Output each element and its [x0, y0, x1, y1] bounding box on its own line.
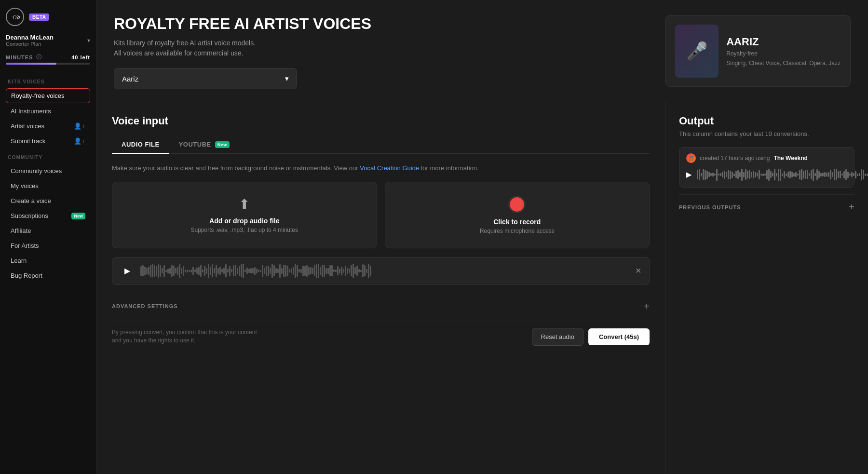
sidebar-item-artist-voices[interactable]: Artist voices 👤+ [6, 119, 90, 133]
record-subtitle: Requires microphone access [480, 228, 555, 234]
sidebar-item-label: Bug Report [11, 272, 42, 279]
reset-audio-button[interactable]: Reset audio [532, 328, 583, 346]
sidebar-item-label: Artist voices [11, 122, 44, 130]
youtube-new-badge: New [215, 141, 230, 148]
artist-royalty: Royalty-free [726, 50, 841, 57]
hero-subtitle-line1: Kits library of royalty free AI artist v… [114, 38, 653, 48]
artist-card: 🎤 AARIZ Royalty-free Singing, Chest Voic… [665, 15, 851, 87]
record-audio-box[interactable]: Click to record Requires microphone acce… [385, 182, 650, 248]
user-name: Deanna McLean [6, 34, 54, 41]
sidebar-item-label: Create a voice [11, 197, 51, 204]
hero-subtitle-line2: All voices are available for commercial … [114, 48, 653, 58]
chevron-down-icon: ▾ [87, 37, 90, 44]
tab-audio-file[interactable]: AUDIO FILE [112, 136, 169, 154]
artist-image: 🎤 [675, 25, 719, 78]
sidebar: ꩠ BETA Deanna McLean Converter Plan ▾ MI… [0, 0, 96, 474]
subscriptions-new-badge: New [71, 213, 85, 219]
output-title: Output [679, 115, 854, 127]
community-label: COMMUNITY [8, 155, 88, 160]
logo-row: ꩠ BETA [6, 8, 90, 26]
main-content: ROYALTY FREE AI ARTIST VOICES Kits libra… [96, 0, 868, 474]
hero-title: ROYALTY FREE AI ARTIST VOICES [114, 15, 653, 32]
upload-subtitle: Supports .wav, .mp3, .flac up to 4 minut… [190, 227, 298, 233]
sidebar-item-label: Learn [11, 257, 27, 264]
info-icon: ⓘ [36, 54, 42, 61]
user-plan: Converter Plan [6, 41, 54, 47]
content-row: Voice input AUDIO FILE YOUTUBE New Make … [96, 101, 868, 474]
sidebar-item-for-artists[interactable]: For Artists [6, 239, 90, 253]
sidebar-item-create-voice[interactable]: Create a voice [6, 194, 90, 208]
upload-title: Add or drop audio file [209, 217, 279, 225]
sidebar-item-label: Affiliate [11, 227, 31, 234]
record-icon [508, 196, 526, 213]
hero-text: ROYALTY FREE AI ARTIST VOICES Kits libra… [114, 15, 653, 89]
artist-name: AARIZ [726, 36, 841, 48]
add-person-icon: 👤+ [74, 122, 85, 130]
convert-button[interactable]: Convert (45s) [588, 328, 650, 345]
output-subtitle: This column contains your last 10 conver… [679, 130, 854, 137]
upload-audio-box[interactable]: ⬆ Add or drop audio file Supports .wav, … [112, 182, 377, 248]
output-item: 🎵 created 17 hours ago using The Weeknd … [679, 147, 854, 188]
chevron-down-icon: ▾ [285, 74, 289, 83]
tab-youtube[interactable]: YOUTUBE New [169, 136, 239, 154]
output-avatar: 🎵 [686, 153, 696, 163]
advanced-settings-label: ADVANCED SETTINGS [112, 303, 178, 309]
sidebar-item-label: AI Instruments [11, 108, 51, 115]
sidebar-item-label: My voices [11, 182, 39, 190]
sidebar-item-subscriptions[interactable]: Subscriptions New [6, 209, 90, 223]
sidebar-item-submit-track[interactable]: Submit track 👤+ [6, 134, 90, 148]
close-audio-button[interactable]: ✕ [635, 266, 641, 275]
sidebar-item-community-voices[interactable]: Community voices [6, 164, 90, 178]
sidebar-item-my-voices[interactable]: My voices [6, 179, 90, 193]
previous-outputs-row[interactable]: PREVIOUS OUTPUTS + [679, 194, 854, 219]
progress-bar-bg [6, 63, 90, 65]
upload-icon: ⬆ [239, 196, 250, 212]
sidebar-item-learn[interactable]: Learn [6, 254, 90, 268]
app-logo: ꩠ [6, 8, 24, 26]
sidebar-item-label: Submit track [11, 137, 45, 145]
sidebar-item-label: For Artists [11, 242, 39, 249]
progress-bar-fill [6, 63, 56, 65]
voice-hint: Make sure your audio is clear and free f… [112, 163, 650, 173]
waveform-visual [140, 263, 629, 279]
hero-section: ROYALTY FREE AI ARTIST VOICES Kits libra… [96, 0, 868, 101]
output-waveform [697, 168, 868, 181]
output-meta: 🎵 created 17 hours ago using The Weeknd [686, 153, 847, 163]
expand-icon: + [849, 202, 854, 213]
sidebar-item-royalty-free-voices[interactable]: Royalty-free voices [6, 88, 90, 103]
prev-outputs-label: PREVIOUS OUTPUTS [679, 204, 741, 210]
sidebar-item-label: Community voices [11, 167, 62, 175]
vocal-creation-guide-link[interactable]: Vocal Creation Guide [360, 164, 419, 172]
sidebar-item-label: Subscriptions [11, 212, 48, 219]
output-panel: Output This column contains your last 10… [665, 101, 868, 474]
tabs-row: AUDIO FILE YOUTUBE New [112, 136, 650, 154]
minutes-count: 40 left [71, 54, 90, 60]
voice-dropdown[interactable]: Aariz ▾ [114, 68, 297, 89]
waveform-row: ▶ ✕ [112, 257, 650, 285]
artist-tags: Singing, Chest Voice, Classical, Opera, … [726, 60, 841, 67]
output-play-button[interactable]: ▶ [686, 168, 692, 181]
bottom-text: By pressing convert, you confirm that th… [112, 328, 266, 345]
bottom-row: By pressing convert, you confirm that th… [112, 321, 650, 346]
voice-input-title: Voice input [112, 115, 650, 127]
upload-row: ⬆ Add or drop audio file Supports .wav, … [112, 182, 650, 248]
plus-icon: + [644, 301, 650, 312]
beta-badge: BETA [29, 14, 49, 21]
kits-voices-label: KITS VOICES [8, 79, 88, 84]
sidebar-item-label: Royalty-free voices [11, 92, 65, 99]
person-icon: 👤+ [74, 137, 85, 145]
sidebar-item-bug-report[interactable]: Bug Report [6, 269, 90, 283]
advanced-settings-row[interactable]: ADVANCED SETTINGS + [112, 294, 650, 319]
minutes-row: MINUTES ⓘ 40 left [6, 54, 90, 65]
output-waveform-row: ▶ ⬇ 🔖 🔗 [686, 168, 847, 181]
sidebar-item-ai-instruments[interactable]: AI Instruments [6, 104, 90, 118]
voice-dropdown-value: Aariz [122, 75, 138, 83]
play-button[interactable]: ▶ [120, 264, 135, 278]
sidebar-item-affiliate[interactable]: Affiliate [6, 224, 90, 238]
bottom-actions: Reset audio Convert (45s) [532, 328, 650, 346]
minutes-label: MINUTES ⓘ 40 left [6, 54, 90, 61]
output-artist-name: The Weeknd [773, 155, 807, 162]
record-title: Click to record [493, 218, 541, 226]
user-row[interactable]: Deanna McLean Converter Plan ▾ [6, 34, 90, 47]
voice-input-panel: Voice input AUDIO FILE YOUTUBE New Make … [96, 101, 665, 474]
